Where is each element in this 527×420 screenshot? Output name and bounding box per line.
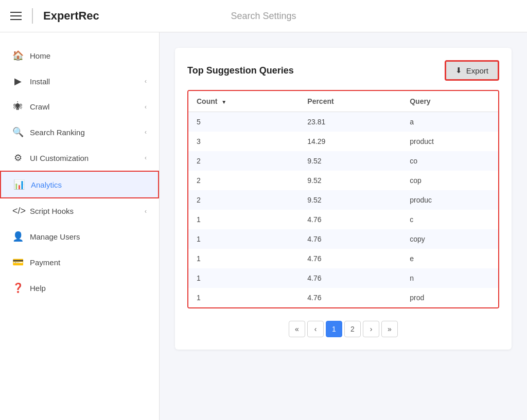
sort-icon: ▼	[221, 99, 226, 105]
sidebar-item-label: Search Ranking	[30, 128, 85, 137]
cell-percent: 4.76	[299, 249, 401, 268]
logo-text: ExpertRec	[43, 9, 99, 23]
chevron-icon: ‹	[145, 154, 147, 161]
export-button[interactable]: ⬇ Export	[445, 60, 499, 81]
cell-query: prod	[401, 288, 498, 307]
table-row: 1 4.76 prod	[188, 288, 498, 307]
sidebar: 🏠 Home ▶ Install ‹ 🕷 Crawl ‹ 🔍 Search Ra…	[0, 32, 160, 420]
cell-count: 3	[188, 132, 299, 151]
cell-count: 1	[188, 288, 299, 307]
table-row: 3 14.29 product	[188, 132, 498, 151]
sidebar-item-label: Analytics	[31, 180, 62, 189]
sidebar-item-label: Script Hooks	[30, 207, 74, 215]
install-icon: ▶	[12, 76, 24, 87]
ui-customization-icon: ⚙	[12, 152, 24, 163]
cell-percent: 4.76	[299, 210, 401, 229]
cell-query: a	[401, 112, 498, 132]
search-icon: 🔍	[12, 126, 24, 138]
sidebar-item-payment[interactable]: 💳 Payment	[0, 249, 159, 275]
sidebar-item-install[interactable]: ▶ Install ‹	[0, 68, 159, 94]
chevron-icon: ‹	[145, 129, 147, 136]
cell-query: copy	[401, 229, 498, 249]
help-icon: ❓	[12, 282, 24, 294]
search-settings-label[interactable]: Search Settings	[231, 11, 296, 22]
cell-percent: 9.52	[299, 171, 401, 190]
sidebar-item-label: UI Customization	[30, 154, 89, 162]
cell-count: 2	[188, 171, 299, 190]
main-content: Top Suggestion Queries ⬇ Export Count ▼ …	[160, 32, 527, 420]
cell-percent: 4.76	[299, 288, 401, 307]
sidebar-item-label: Manage Users	[30, 232, 80, 241]
sidebar-item-label: Payment	[30, 258, 60, 267]
last-page-button[interactable]: »	[381, 321, 398, 337]
col-count[interactable]: Count ▼	[188, 91, 299, 112]
table-row: 2 9.52 produc	[188, 190, 498, 210]
manage-users-icon: 👤	[12, 231, 24, 242]
sidebar-item-label: Crawl	[30, 102, 49, 111]
suggestions-card: Top Suggestion Queries ⬇ Export Count ▼ …	[175, 48, 512, 350]
cell-query: e	[401, 249, 498, 268]
sidebar-item-label: Home	[30, 51, 50, 60]
first-page-button[interactable]: «	[289, 321, 305, 337]
sidebar-item-script-hooks[interactable]: </> Script Hooks ‹	[0, 198, 159, 224]
sidebar-item-label: Install	[30, 77, 50, 86]
chevron-icon: ‹	[145, 208, 147, 215]
cell-query: c	[401, 210, 498, 229]
table-row: 1 4.76 n	[188, 268, 498, 288]
suggestions-table: Count ▼ Percent Query 5 23.81 a 3 14.29 …	[188, 91, 498, 307]
sidebar-item-analytics[interactable]: 📊 Analytics	[0, 171, 159, 198]
cell-count: 5	[188, 112, 299, 132]
pagination: « ‹ 1 2 › »	[187, 321, 499, 337]
home-icon: 🏠	[12, 50, 24, 61]
card-title: Top Suggestion Queries	[187, 65, 294, 76]
page-2-button[interactable]: 2	[344, 321, 361, 337]
cell-percent: 9.52	[299, 190, 401, 210]
cell-count: 1	[188, 229, 299, 249]
cell-percent: 4.76	[299, 229, 401, 249]
header-divider	[32, 8, 33, 24]
analytics-icon: 📊	[13, 179, 25, 190]
sidebar-item-manage-users[interactable]: 👤 Manage Users	[0, 224, 159, 249]
table-row: 1 4.76 c	[188, 210, 498, 229]
cell-query: produc	[401, 190, 498, 210]
cell-percent: 4.76	[299, 268, 401, 288]
cell-count: 2	[188, 151, 299, 171]
cell-count: 1	[188, 268, 299, 288]
cell-percent: 14.29	[299, 132, 401, 151]
sidebar-item-label: Help	[30, 284, 46, 293]
sidebar-item-search-ranking[interactable]: 🔍 Search Ranking ‹	[0, 119, 159, 145]
table-row: 2 9.52 cop	[188, 171, 498, 190]
chevron-icon: ‹	[145, 78, 147, 85]
cell-count: 2	[188, 190, 299, 210]
cell-query: product	[401, 132, 498, 151]
table-row: 2 9.52 co	[188, 151, 498, 171]
col-percent[interactable]: Percent	[299, 91, 401, 112]
data-table-wrapper: Count ▼ Percent Query 5 23.81 a 3 14.29 …	[187, 90, 499, 308]
cell-percent: 23.81	[299, 112, 401, 132]
sidebar-item-ui-customization[interactable]: ⚙ UI Customization ‹	[0, 145, 159, 171]
download-icon: ⬇	[455, 66, 462, 75]
table-header-row: Count ▼ Percent Query	[188, 91, 498, 112]
prev-page-button[interactable]: ‹	[307, 321, 324, 337]
app-header: ExpertRec Search Settings	[0, 0, 527, 32]
payment-icon: 💳	[12, 257, 24, 268]
sidebar-item-crawl[interactable]: 🕷 Crawl ‹	[0, 94, 159, 119]
col-query[interactable]: Query	[401, 91, 498, 112]
sidebar-item-home[interactable]: 🏠 Home	[0, 43, 159, 68]
next-page-button[interactable]: ›	[363, 321, 379, 337]
main-layout: 🏠 Home ▶ Install ‹ 🕷 Crawl ‹ 🔍 Search Ra…	[0, 32, 527, 420]
cell-query: cop	[401, 171, 498, 190]
table-row: 1 4.76 copy	[188, 229, 498, 249]
cell-count: 1	[188, 249, 299, 268]
export-label: Export	[466, 66, 488, 75]
logo: ExpertRec	[10, 8, 99, 24]
script-hooks-icon: </>	[12, 206, 24, 216]
chevron-icon: ‹	[145, 103, 147, 111]
card-header: Top Suggestion Queries ⬇ Export	[187, 60, 499, 81]
hamburger-icon[interactable]	[10, 12, 22, 20]
page-1-button[interactable]: 1	[326, 321, 342, 337]
cell-query: co	[401, 151, 498, 171]
sidebar-item-help[interactable]: ❓ Help	[0, 275, 159, 301]
table-row: 1 4.76 e	[188, 249, 498, 268]
crawl-icon: 🕷	[12, 101, 24, 112]
